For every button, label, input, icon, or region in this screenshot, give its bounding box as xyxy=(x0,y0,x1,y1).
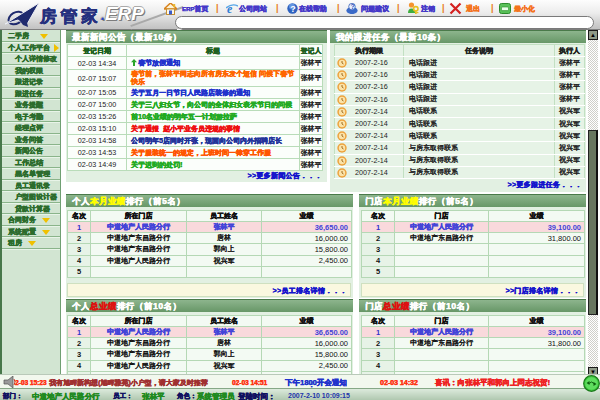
svg-text:?: ? xyxy=(290,4,296,14)
svg-text:e: e xyxy=(227,2,233,15)
svg-text:?: ? xyxy=(350,3,354,10)
